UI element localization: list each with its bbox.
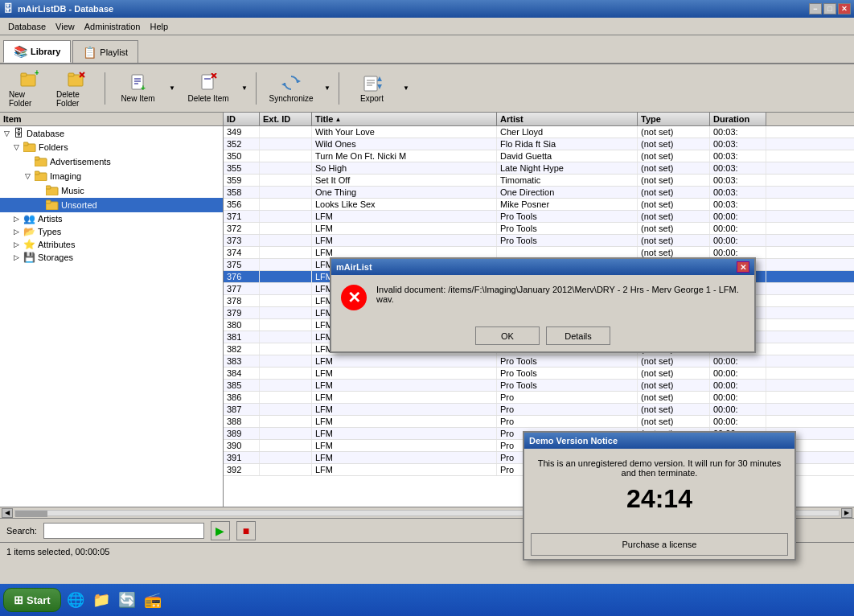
table-row[interactable]: 384 LFM Pro Tools (not set) 00:00:: [224, 368, 854, 380]
scrollbar-thumb[interactable]: [15, 511, 47, 517]
menu-help[interactable]: Help: [145, 20, 173, 33]
taskbar-refresh-icon[interactable]: 🔄: [116, 589, 138, 611]
tree-toggle-folders[interactable]: ▽: [11, 142, 21, 152]
table-row[interactable]: 350 Turn Me On Ft. Nicki M David Guetta …: [224, 150, 854, 162]
cell-extid: [260, 175, 312, 186]
cell-id: 389: [224, 428, 260, 439]
error-dialog-close-button[interactable]: ✕: [737, 261, 749, 273]
table-row[interactable]: 386 LFM Pro (not set) 00:00:: [224, 392, 854, 404]
col-header-type[interactable]: Type: [638, 113, 710, 125]
demo-dialog: Demo Version Notice This is an unregiste…: [523, 431, 796, 561]
table-row[interactable]: 372 LFM Pro Tools (not set) 00:00:: [224, 223, 854, 235]
col-header-extid[interactable]: Ext. ID: [260, 113, 312, 125]
cell-artist: One Direction: [497, 187, 638, 198]
cell-title: One Thing: [312, 187, 497, 198]
synchronize-button[interactable]: Synchronize: [263, 68, 319, 109]
table-row[interactable]: 385 LFM Pro Tools (not set) 00:00:: [224, 380, 854, 392]
tab-library[interactable]: 📚 Library: [3, 40, 71, 63]
tree-header: Item: [0, 113, 223, 126]
tree-toggle-artists[interactable]: ▷: [11, 214, 21, 224]
cell-type: (not set): [638, 368, 710, 379]
tree-item-database[interactable]: ▽ 🗄 Database: [0, 126, 223, 140]
purchase-license-button[interactable]: Purchase a license: [531, 533, 788, 556]
table-row[interactable]: 388 LFM Pro (not set) 00:00:: [224, 416, 854, 428]
minimize-button[interactable]: −: [809, 3, 822, 14]
export-icon: [363, 73, 382, 92]
table-row[interactable]: 383 LFM Pro Tools (not set) 00:00:: [224, 355, 854, 368]
cell-title: With Your Love: [312, 126, 497, 138]
tree-item-advertisements[interactable]: ▷ Advertisements: [0, 154, 223, 169]
search-play-button[interactable]: ▶: [211, 521, 230, 540]
new-item-button[interactable]: + New Item: [112, 68, 164, 109]
tree-item-artists[interactable]: ▷ 👥 Artists: [0, 212, 223, 225]
delete-folder-icon: [67, 69, 86, 88]
table-row[interactable]: 358 One Thing One Direction (not set) 00…: [224, 187, 854, 199]
tree-item-imaging[interactable]: ▽ Imaging: [0, 169, 223, 183]
tree-item-folders[interactable]: ▽ Folders: [0, 140, 223, 154]
taskbar-app-icon[interactable]: 📻: [142, 589, 164, 611]
delete-folder-button[interactable]: Delete Folder: [54, 68, 98, 109]
col-header-title[interactable]: Title ▲: [312, 113, 497, 125]
table-row[interactable]: 387 LFM Pro (not set) 00:00:: [224, 404, 854, 416]
table-row[interactable]: 356 Looks Like Sex Mike Posner (not set)…: [224, 199, 854, 211]
tree-item-music[interactable]: ▷ Music: [0, 183, 223, 198]
tree-item-types[interactable]: ▷ 📂 Types: [0, 225, 223, 238]
stop-icon: ■: [243, 524, 249, 537]
table-row[interactable]: 349 With Your Love Cher Lloyd (not set) …: [224, 126, 854, 138]
maximize-button[interactable]: □: [823, 3, 836, 14]
cell-type: (not set): [638, 392, 710, 403]
scroll-right-button[interactable]: ▶: [841, 508, 852, 518]
library-icon: 📚: [14, 45, 27, 58]
new-folder-button[interactable]: + New Folder: [6, 68, 51, 109]
cell-artist: Pro: [497, 404, 638, 415]
cell-duration: 00:00:: [710, 392, 766, 403]
cell-id: 390: [224, 440, 260, 451]
taskbar-folder-icon[interactable]: 📁: [90, 589, 113, 611]
cell-extid: [260, 343, 312, 355]
windows-logo-icon: ⊞: [14, 593, 23, 606]
music-folder-icon: [46, 184, 59, 197]
cell-artist: Flo Rida ft Sia: [497, 138, 638, 150]
search-stop-button[interactable]: ■: [236, 521, 256, 540]
start-button[interactable]: ⊞ Start: [3, 588, 61, 612]
delete-item-button[interactable]: Delete Item: [180, 68, 236, 109]
tree-toggle-attributes[interactable]: ▷: [11, 240, 21, 249]
tree-item-storages[interactable]: ▷ 💾 Storages: [0, 251, 223, 264]
table-row[interactable]: 355 So High Late Night Hype (not set) 00…: [224, 162, 854, 175]
close-button[interactable]: ✕: [838, 3, 851, 14]
tree-toggle-database[interactable]: ▽: [2, 129, 11, 138]
tree-item-unsorted[interactable]: ▷ Unsorted: [0, 198, 223, 212]
col-header-artist[interactable]: Artist: [497, 113, 638, 125]
new-item-dropdown-arrow[interactable]: ▼: [167, 68, 177, 109]
cell-type: (not set): [638, 235, 710, 246]
svg-rect-18: [364, 76, 377, 91]
taskbar-ie-icon[interactable]: 🌐: [64, 589, 87, 611]
tab-playlist[interactable]: 📋 Playlist: [72, 40, 138, 63]
col-header-id[interactable]: ID: [224, 113, 260, 125]
cell-type: (not set): [638, 175, 710, 186]
error-ok-button[interactable]: OK: [475, 326, 540, 345]
synchronize-dropdown-arrow[interactable]: ▼: [322, 68, 332, 109]
database-icon: 🗄: [14, 127, 24, 139]
table-row[interactable]: 373 LFM Pro Tools (not set) 00:00:: [224, 235, 854, 247]
export-dropdown-arrow[interactable]: ▼: [401, 68, 411, 109]
table-row[interactable]: 371 LFM Pro Tools (not set) 00:00:: [224, 211, 854, 223]
export-button[interactable]: Export: [346, 68, 398, 109]
table-row[interactable]: 359 Set It Off Timomatic (not set) 00:03…: [224, 175, 854, 187]
cell-extid: [260, 235, 312, 246]
menu-view[interactable]: View: [51, 20, 80, 33]
cell-artist: Timomatic: [497, 175, 638, 186]
tree-item-attributes[interactable]: ▷ ⭐ Attributes: [0, 238, 223, 251]
delete-item-dropdown-arrow[interactable]: ▼: [240, 68, 249, 109]
error-details-button[interactable]: Details: [546, 326, 610, 345]
col-header-duration[interactable]: Duration: [710, 113, 766, 125]
cell-artist: Pro Tools: [497, 223, 638, 234]
tree-toggle-imaging[interactable]: ▽: [23, 171, 32, 181]
menu-database[interactable]: Database: [3, 20, 51, 33]
scroll-left-button[interactable]: ◀: [2, 508, 13, 518]
search-input[interactable]: [43, 523, 204, 539]
menu-administration[interactable]: Administration: [80, 20, 146, 33]
table-row[interactable]: 352 Wild Ones Flo Rida ft Sia (not set) …: [224, 138, 854, 150]
tree-toggle-types[interactable]: ▷: [11, 227, 21, 236]
tree-toggle-storages[interactable]: ▷: [11, 253, 21, 262]
